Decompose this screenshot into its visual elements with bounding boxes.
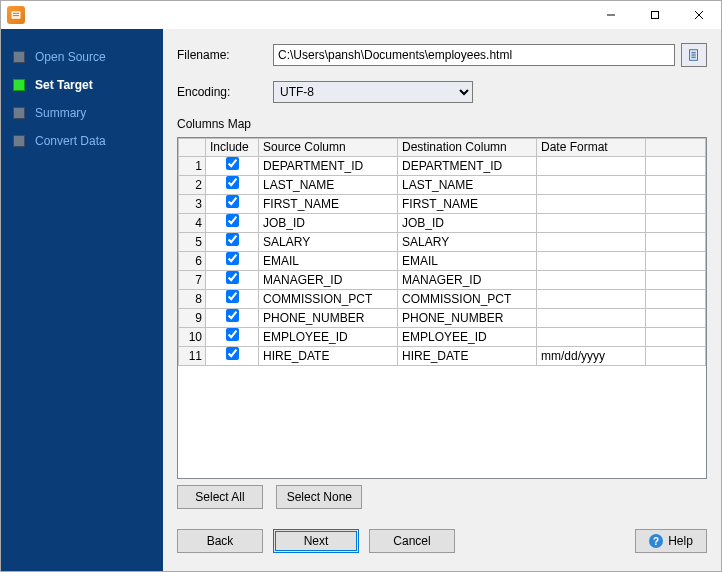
date-format-cell[interactable]	[537, 271, 646, 290]
back-button[interactable]: Back	[177, 529, 263, 553]
next-button[interactable]: Next	[273, 529, 359, 553]
browse-button[interactable]	[681, 43, 707, 67]
form-area: Filename: Encoding: UTF-8 Columns Map	[163, 29, 721, 523]
spacer-cell	[646, 252, 706, 271]
spacer-cell	[646, 214, 706, 233]
source-cell[interactable]: LAST_NAME	[259, 176, 398, 195]
source-cell[interactable]: SALARY	[259, 233, 398, 252]
filename-input[interactable]	[273, 44, 675, 66]
date-format-cell[interactable]	[537, 214, 646, 233]
help-label: Help	[668, 534, 693, 548]
maximize-button[interactable]	[633, 1, 677, 29]
date-format-cell[interactable]	[537, 252, 646, 271]
destination-cell[interactable]: PHONE_NUMBER	[398, 309, 537, 328]
source-cell[interactable]: HIRE_DATE	[259, 347, 398, 366]
header-include[interactable]: Include	[206, 139, 259, 157]
table-row[interactable]: 10EMPLOYEE_IDEMPLOYEE_ID	[179, 328, 706, 347]
wizard-step-convert-data[interactable]: Convert Data	[1, 127, 163, 155]
row-number: 11	[179, 347, 206, 366]
date-format-cell[interactable]	[537, 309, 646, 328]
table-row[interactable]: 5SALARYSALARY	[179, 233, 706, 252]
date-format-cell[interactable]	[537, 328, 646, 347]
header-source[interactable]: Source Column	[259, 139, 398, 157]
encoding-select[interactable]: UTF-8	[273, 81, 473, 103]
table-row[interactable]: 11HIRE_DATEHIRE_DATEmm/dd/yyyy	[179, 347, 706, 366]
table-row[interactable]: 2LAST_NAMELAST_NAME	[179, 176, 706, 195]
destination-cell[interactable]: JOB_ID	[398, 214, 537, 233]
destination-cell[interactable]: LAST_NAME	[398, 176, 537, 195]
source-cell[interactable]: EMPLOYEE_ID	[259, 328, 398, 347]
destination-cell[interactable]: SALARY	[398, 233, 537, 252]
table-row[interactable]: 4JOB_IDJOB_ID	[179, 214, 706, 233]
wizard-step-set-target[interactable]: Set Target	[1, 71, 163, 99]
include-checkbox[interactable]	[226, 309, 239, 322]
svg-rect-2	[13, 15, 19, 16]
svg-rect-1	[13, 13, 19, 14]
destination-cell[interactable]: DEPARTMENT_ID	[398, 157, 537, 176]
include-checkbox[interactable]	[226, 290, 239, 303]
include-cell	[206, 328, 259, 347]
select-all-button[interactable]: Select All	[177, 485, 263, 509]
grid-empty-area	[178, 366, 706, 478]
minimize-button[interactable]	[589, 1, 633, 29]
date-format-cell[interactable]	[537, 290, 646, 309]
include-checkbox[interactable]	[226, 195, 239, 208]
source-cell[interactable]: PHONE_NUMBER	[259, 309, 398, 328]
source-cell[interactable]: FIRST_NAME	[259, 195, 398, 214]
document-icon	[687, 48, 701, 62]
include-cell	[206, 252, 259, 271]
date-format-cell[interactable]	[537, 157, 646, 176]
destination-cell[interactable]: EMAIL	[398, 252, 537, 271]
destination-cell[interactable]: FIRST_NAME	[398, 195, 537, 214]
step-label: Set Target	[35, 78, 93, 92]
source-cell[interactable]: DEPARTMENT_ID	[259, 157, 398, 176]
table-row[interactable]: 7MANAGER_IDMANAGER_ID	[179, 271, 706, 290]
include-cell	[206, 214, 259, 233]
row-number: 10	[179, 328, 206, 347]
include-checkbox[interactable]	[226, 328, 239, 341]
header-destination[interactable]: Destination Column	[398, 139, 537, 157]
table-row[interactable]: 6EMAILEMAIL	[179, 252, 706, 271]
app-window: Open SourceSet TargetSummaryConvert Data…	[0, 0, 722, 572]
include-checkbox[interactable]	[226, 347, 239, 360]
header-date-format[interactable]: Date Format	[537, 139, 646, 157]
destination-cell[interactable]: HIRE_DATE	[398, 347, 537, 366]
svg-rect-4	[652, 12, 659, 19]
select-none-button[interactable]: Select None	[276, 485, 362, 509]
destination-cell[interactable]: EMPLOYEE_ID	[398, 328, 537, 347]
spacer-cell	[646, 290, 706, 309]
selection-buttons: Select All Select None	[177, 479, 707, 517]
date-format-cell[interactable]	[537, 233, 646, 252]
table-row[interactable]: 9PHONE_NUMBERPHONE_NUMBER	[179, 309, 706, 328]
date-format-cell[interactable]	[537, 195, 646, 214]
include-checkbox[interactable]	[226, 233, 239, 246]
table-row[interactable]: 3FIRST_NAMEFIRST_NAME	[179, 195, 706, 214]
include-checkbox[interactable]	[226, 176, 239, 189]
row-number: 3	[179, 195, 206, 214]
source-cell[interactable]: JOB_ID	[259, 214, 398, 233]
table-row[interactable]: 8COMMISSION_PCTCOMMISSION_PCT	[179, 290, 706, 309]
include-checkbox[interactable]	[226, 157, 239, 170]
include-checkbox[interactable]	[226, 252, 239, 265]
date-format-cell[interactable]: mm/dd/yyyy	[537, 347, 646, 366]
spacer-cell	[646, 309, 706, 328]
table-row[interactable]: 1DEPARTMENT_IDDEPARTMENT_ID	[179, 157, 706, 176]
source-cell[interactable]: COMMISSION_PCT	[259, 290, 398, 309]
filename-row: Filename:	[177, 43, 707, 67]
wizard-step-summary[interactable]: Summary	[1, 99, 163, 127]
spacer-cell	[646, 195, 706, 214]
wizard-nav: Back Next Cancel ? Help	[163, 523, 721, 563]
source-cell[interactable]: MANAGER_ID	[259, 271, 398, 290]
row-number: 4	[179, 214, 206, 233]
source-cell[interactable]: EMAIL	[259, 252, 398, 271]
date-format-cell[interactable]	[537, 176, 646, 195]
step-label: Summary	[35, 106, 86, 120]
wizard-step-open-source[interactable]: Open Source	[1, 43, 163, 71]
destination-cell[interactable]: MANAGER_ID	[398, 271, 537, 290]
include-checkbox[interactable]	[226, 271, 239, 284]
close-button[interactable]	[677, 1, 721, 29]
help-button[interactable]: ? Help	[635, 529, 707, 553]
destination-cell[interactable]: COMMISSION_PCT	[398, 290, 537, 309]
cancel-button[interactable]: Cancel	[369, 529, 455, 553]
include-checkbox[interactable]	[226, 214, 239, 227]
